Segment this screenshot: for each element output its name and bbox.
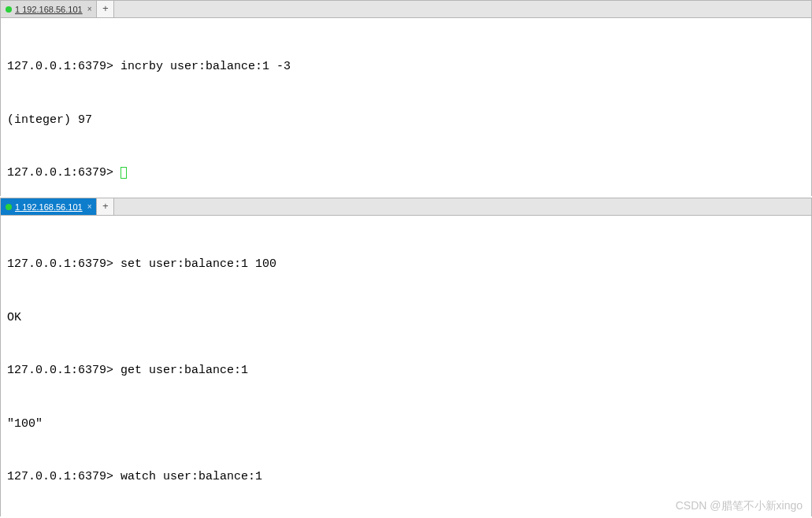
terminal-line: "100" (7, 416, 805, 434)
tab-bar-bottom: 1 192.168.56.101 × + (1, 198, 811, 216)
tab-session-bottom[interactable]: 1 192.168.56.101 × (1, 198, 97, 215)
tab-title-bottom: 1 192.168.56.101 (15, 202, 83, 212)
terminal-line: 127.0.0.1:6379> set user:balance:1 100 (7, 256, 805, 274)
terminal-pane-bottom: 1 192.168.56.101 × + 127.0.0.1:6379> set… (0, 198, 812, 516)
add-tab-button-top[interactable]: + (97, 1, 114, 17)
close-icon[interactable]: × (87, 5, 92, 13)
terminal-line: OK (7, 309, 805, 327)
add-tab-button-bottom[interactable]: + (97, 198, 114, 215)
terminal-line: (integer) 97 (7, 112, 805, 130)
terminal-pane-top: 1 192.168.56.101 × + 127.0.0.1:6379> inc… (0, 0, 812, 196)
status-dot-icon (6, 6, 12, 13)
terminal-line: 127.0.0.1:6379> (7, 165, 805, 183)
tab-title-top: 1 192.168.56.101 (15, 5, 83, 14)
close-icon[interactable]: × (87, 202, 92, 211)
terminal-output-top[interactable]: 127.0.0.1:6379> incrby user:balance:1 -3… (1, 18, 811, 223)
terminal-line: 127.0.0.1:6379> watch user:balance:1 (7, 468, 805, 487)
cursor-icon (121, 167, 127, 179)
tab-bar-top: 1 192.168.56.101 × + (1, 1, 811, 18)
tab-session-top[interactable]: 1 192.168.56.101 × (1, 1, 97, 17)
terminal-output-bottom[interactable]: 127.0.0.1:6379> set user:balance:1 100 O… (1, 216, 811, 518)
terminal-line: 127.0.0.1:6379> get user:balance:1 (7, 362, 805, 380)
terminal-line: 127.0.0.1:6379> incrby user:balance:1 -3 (7, 58, 805, 76)
status-dot-icon (6, 204, 12, 210)
